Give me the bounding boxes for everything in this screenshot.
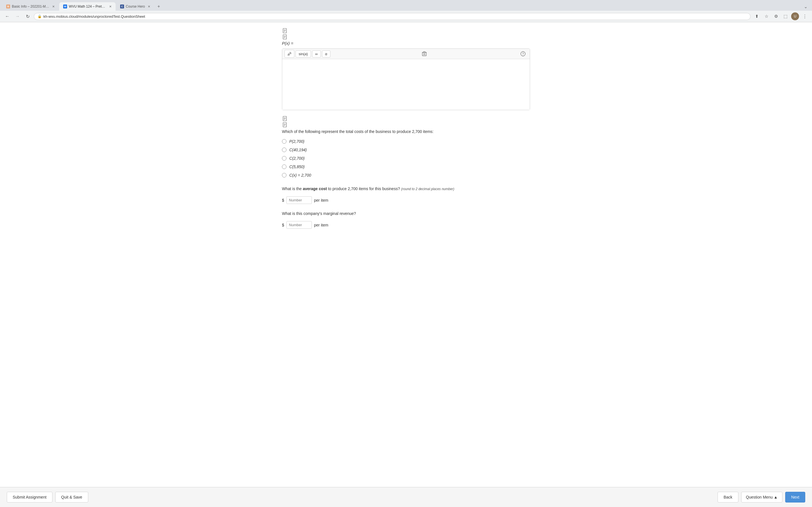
- menu-button[interactable]: ⋮: [801, 12, 809, 20]
- question2-hint: (round to 2 decimal places number): [401, 187, 455, 191]
- tab-ch-close[interactable]: ✕: [148, 5, 150, 8]
- question3-dollar: $: [282, 223, 284, 227]
- question2-block: What is the average cost to produce 2,70…: [282, 186, 530, 204]
- tab-ch-label: Course Hero: [126, 4, 145, 8]
- browser-chrome: B Basic Info – 202201-MATH-12... ✕ W WVU…: [0, 0, 812, 22]
- help-button[interactable]: ?: [518, 50, 527, 58]
- share-button[interactable]: ⬆: [753, 12, 761, 20]
- formula-icon-2[interactable]: [282, 34, 288, 40]
- user-avatar[interactable]: U: [791, 12, 799, 20]
- formula-icon-4[interactable]: [282, 122, 288, 128]
- option-c5850-label: C(5,850): [289, 165, 305, 169]
- address-text: kh-wvu.mobius.cloud/modules/unproctoredT…: [43, 14, 747, 18]
- back-button[interactable]: Back: [718, 492, 738, 493]
- equation-label: P(x) =: [282, 41, 530, 46]
- infinity-button[interactable]: ∞: [312, 50, 321, 57]
- trash-button[interactable]: [420, 50, 429, 58]
- formula-icons-bottom: [282, 116, 530, 128]
- bottom-bar-left: Submit Assignment Quit & Save: [7, 492, 88, 493]
- profile-button[interactable]: ⬚: [781, 12, 790, 20]
- question3-number-input[interactable]: [287, 221, 312, 229]
- tab-basic-info-close[interactable]: ✕: [52, 5, 55, 8]
- question3-text: What is this company's marginal revenue?: [282, 211, 530, 217]
- question-menu-button[interactable]: Question Menu ▲: [741, 492, 783, 493]
- question1-text: Which of the following represent the tot…: [282, 129, 530, 135]
- tab-wvu-close[interactable]: ✕: [109, 5, 112, 8]
- math-toolbar: ab sin(a) ∞ α: [282, 49, 530, 59]
- radio-options: P(2,700) C(40,194) C(2,700) C(5,850): [282, 139, 530, 177]
- radio-p2700[interactable]: [282, 139, 287, 144]
- option-p2700[interactable]: P(2,700): [282, 139, 530, 144]
- tab-wvu-icon: W: [63, 4, 67, 8]
- page-wrapper: P(x) = ab sin(a) ∞ α: [0, 22, 812, 493]
- alpha-button[interactable]: α: [322, 50, 331, 57]
- tab-basic-info-label: Basic Info – 202201-MATH-12...: [12, 4, 49, 8]
- tab-basic-info[interactable]: B Basic Info – 202201-MATH-12... ✕: [2, 2, 59, 11]
- option-c40194-label: C(40,194): [289, 148, 307, 152]
- option-c5850[interactable]: C(5,850): [282, 165, 530, 169]
- question2-dollar: $: [282, 198, 284, 203]
- extensions-button[interactable]: ⚙: [772, 12, 780, 20]
- sin-button[interactable]: sin(a): [296, 50, 311, 57]
- option-cx2700-label: C(x) = 2,700: [289, 173, 311, 177]
- tab-overflow-button[interactable]: ⌄: [802, 3, 810, 10]
- option-c2700-label: C(2,700): [289, 156, 305, 161]
- tab-basic-info-icon: B: [6, 4, 10, 8]
- question3-input-row: $ per item: [282, 221, 530, 229]
- question2-input-row: $ per item: [282, 196, 530, 204]
- option-c2700[interactable]: C(2,700): [282, 156, 530, 161]
- quit-save-button[interactable]: Quit & Save: [55, 492, 88, 493]
- tab-ch-icon: C: [120, 4, 124, 8]
- option-cx2700[interactable]: C(x) = 2,700: [282, 173, 530, 177]
- submit-assignment-button[interactable]: Submit Assignment: [7, 492, 52, 493]
- tab-course-hero[interactable]: C Course Hero ✕: [116, 2, 154, 11]
- option-p2700-label: P(2,700): [289, 139, 305, 144]
- lock-icon: 🔒: [38, 14, 42, 18]
- question3-block: What is this company's marginal revenue?…: [282, 211, 530, 229]
- math-input-area[interactable]: [282, 59, 530, 110]
- address-bar[interactable]: 🔒 kh-wvu.mobius.cloud/modules/unproctore…: [34, 13, 751, 20]
- tab-wvu-label: WVU Math 124 – Pretest #5: [69, 4, 106, 8]
- formula-icon-1[interactable]: [282, 28, 288, 34]
- new-tab-button[interactable]: +: [155, 3, 163, 10]
- superscript-button[interactable]: ab: [285, 50, 294, 58]
- radio-c2700[interactable]: [282, 156, 287, 161]
- formula-icon-3[interactable]: [282, 116, 288, 121]
- radio-cx2700[interactable]: [282, 173, 287, 177]
- question2-per-item: per item: [314, 198, 328, 203]
- next-button[interactable]: Next: [785, 492, 805, 493]
- nav-bar: ← → ↻ 🔒 kh-wvu.mobius.cloud/modules/unpr…: [0, 11, 812, 22]
- nav-actions: ⬆ ☆ ⚙ ⬚ U ⋮: [753, 12, 809, 20]
- reload-button[interactable]: ↻: [24, 12, 32, 20]
- tab-wvu-math[interactable]: W WVU Math 124 – Pretest #5 ✕: [59, 2, 116, 11]
- bottom-bar-right: Back Question Menu ▲ Next: [718, 492, 805, 493]
- back-nav-button[interactable]: ←: [3, 12, 11, 20]
- svg-rect-10: [423, 52, 425, 52]
- content-area: P(x) = ab sin(a) ∞ α: [271, 22, 541, 493]
- question2-number-input[interactable]: [287, 196, 312, 204]
- formula-icons-top: [282, 28, 530, 40]
- question1-block: Which of the following represent the tot…: [282, 129, 530, 177]
- math-editor: ab sin(a) ∞ α: [282, 48, 530, 110]
- bookmark-button[interactable]: ☆: [762, 12, 770, 20]
- option-c40194[interactable]: C(40,194): [282, 148, 530, 152]
- tab-bar: B Basic Info – 202201-MATH-12... ✕ W WVU…: [0, 0, 812, 11]
- radio-c40194[interactable]: [282, 148, 287, 152]
- svg-text:?: ?: [522, 52, 524, 55]
- bottom-bar: Submit Assignment Quit & Save Back Quest…: [0, 487, 812, 493]
- question3-per-item: per item: [314, 223, 328, 227]
- question2-text: What is the average cost to produce 2,70…: [282, 186, 530, 192]
- radio-c5850[interactable]: [282, 165, 287, 169]
- forward-nav-button[interactable]: →: [13, 12, 21, 20]
